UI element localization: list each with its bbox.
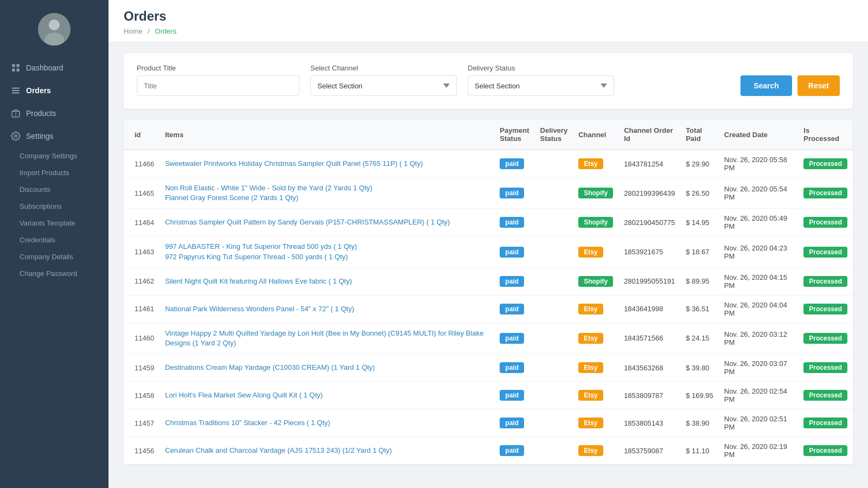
- payment-badge: paid: [500, 390, 524, 401]
- table-row: 11461 National Park Wilderness Wonders P…: [124, 295, 853, 323]
- table-row: 11465 Non Roll Elastic - White 1" Wide -…: [124, 178, 853, 209]
- table-row: 11456 Cerulean Chalk and Charcoal Yardag…: [124, 437, 853, 465]
- cell-channel-order-id: 1843781254: [618, 150, 680, 178]
- avatar: [38, 13, 71, 46]
- order-item-link[interactable]: Silent Night Quilt Kit featuring All Hal…: [165, 277, 352, 285]
- cell-id: 11462: [124, 267, 159, 295]
- cell-payment-status: paid: [494, 209, 534, 236]
- avatar-area: [0, 0, 108, 56]
- sidebar-sub-company-settings[interactable]: Company Settings: [0, 147, 108, 164]
- processed-badge: Processed: [803, 333, 847, 344]
- channel-badge: Etsy: [578, 333, 603, 344]
- sidebar-item-orders-label: Orders: [26, 86, 51, 95]
- processed-badge: Processed: [803, 247, 847, 258]
- sidebar-sub-credentials[interactable]: Credentials: [0, 232, 108, 248]
- cell-total-paid: $ 39.80: [680, 354, 719, 382]
- table-row: 11466 Sweetwater Printworks Holiday Chri…: [124, 150, 853, 178]
- sidebar-sub-variants-template[interactable]: Variants Template: [0, 215, 108, 232]
- table-body: 11466 Sweetwater Printworks Holiday Chri…: [124, 150, 853, 465]
- cell-is-processed: Processed: [798, 354, 853, 382]
- sidebar-item-settings-label: Settings: [26, 132, 54, 140]
- cell-total-paid: $ 89.95: [680, 267, 719, 295]
- cell-created-date: Nov. 26, 2020 04:04 PM: [719, 295, 799, 323]
- col-is-processed: IsProcessed: [798, 120, 853, 150]
- payment-badge: paid: [500, 158, 524, 169]
- cell-channel: Shopify: [573, 178, 618, 209]
- cell-channel-order-id: 1853759087: [618, 437, 680, 465]
- order-item-link[interactable]: Non Roll Elastic - White 1" Wide - Sold …: [165, 184, 372, 192]
- order-item-link[interactable]: Destinations Cream Map Yardage (C10030 C…: [165, 363, 375, 371]
- cell-is-processed: Processed: [798, 178, 853, 209]
- sidebar-item-dashboard[interactable]: Dashboard: [0, 56, 108, 79]
- col-items: Items: [159, 120, 494, 150]
- cell-created-date: Nov. 26, 2020 02:51 PM: [719, 409, 799, 437]
- sidebar-sub-discounts[interactable]: Discounts: [0, 181, 108, 198]
- payment-badge: paid: [500, 247, 524, 258]
- filter-product-title: Product Title: [137, 64, 299, 96]
- table-row: 11457 Christmas Traditions 10" Stacker -…: [124, 409, 853, 437]
- cell-items: Vintage Happy 2 Multi Quilted Yardage by…: [159, 323, 494, 354]
- orders-table-card: id Items PaymentStatus DeliveryStatus Ch…: [124, 120, 853, 465]
- order-item-link[interactable]: Cerulean Chalk and Charcoal Yardage (AJS…: [165, 446, 392, 454]
- processed-badge: Processed: [803, 445, 847, 456]
- sidebar-sub-import-products[interactable]: Import Products: [0, 164, 108, 181]
- sidebar-item-orders[interactable]: Orders: [0, 79, 108, 102]
- order-item-link[interactable]: 997 ALABASTER - King Tut Superior Thread…: [165, 242, 357, 251]
- sidebar-item-settings[interactable]: Settings: [0, 125, 108, 147]
- cell-items: Christmas Traditions 10" Stacker - 42 Pi…: [159, 409, 494, 437]
- cell-delivery-status: [535, 267, 573, 295]
- cell-channel: Etsy: [573, 382, 618, 409]
- table-row: 11463 997 ALABASTER - King Tut Superior …: [124, 236, 853, 267]
- cell-delivery-status: [535, 382, 573, 409]
- cell-payment-status: paid: [494, 382, 534, 409]
- cell-channel-order-id: 1843641998: [618, 295, 680, 323]
- reset-button[interactable]: Reset: [797, 75, 840, 96]
- table-header-row: id Items PaymentStatus DeliveryStatus Ch…: [124, 120, 853, 150]
- order-item-link[interactable]: Lori Holt's Flea Market Sew Along Quilt …: [165, 391, 323, 399]
- col-channel-order-id: Channel OrderId: [618, 120, 680, 150]
- order-item-link[interactable]: Sweetwater Printworks Holiday Christmas …: [165, 159, 423, 168]
- order-item-link[interactable]: Christmas Sampler Quilt Pattern by Sandy…: [165, 218, 450, 226]
- cell-created-date: Nov. 26, 2020 02:54 PM: [719, 382, 799, 409]
- sidebar-sub-company-details[interactable]: Company Details: [0, 248, 108, 265]
- cell-id: 11464: [124, 209, 159, 236]
- sidebar-sub-subscriptions[interactable]: Subscriptions: [0, 198, 108, 215]
- cell-is-processed: Processed: [798, 150, 853, 178]
- order-item-link[interactable]: Vintage Happy 2 Multi Quilted Yardage by…: [165, 329, 483, 347]
- cell-payment-status: paid: [494, 178, 534, 209]
- order-item-link-2[interactable]: 972 Papyrus King Tut Superior Thread - 5…: [165, 253, 348, 261]
- cell-delivery-status: [535, 354, 573, 382]
- cell-channel-order-id: 1843571566: [618, 323, 680, 354]
- cell-id: 11461: [124, 295, 159, 323]
- search-button[interactable]: Search: [741, 75, 792, 96]
- cell-channel-order-id: 2802190450775: [618, 209, 680, 236]
- order-item-link[interactable]: Christmas Traditions 10" Stacker - 42 Pi…: [165, 419, 330, 427]
- select-channel-dropdown[interactable]: Select Section: [310, 75, 457, 96]
- cell-channel-order-id: 2802199396439: [618, 178, 680, 209]
- page-title: Orders: [124, 9, 853, 24]
- sidebar-item-products[interactable]: Products: [0, 102, 108, 125]
- cell-is-processed: Processed: [798, 267, 853, 295]
- sidebar-sub-change-password[interactable]: Change Password: [0, 265, 108, 282]
- box-icon: [11, 108, 21, 118]
- delivery-status-dropdown[interactable]: Select Section: [468, 75, 614, 96]
- cell-created-date: Nov. 26, 2020 05:58 PM: [719, 150, 799, 178]
- cell-total-paid: $ 24.15: [680, 323, 719, 354]
- cell-total-paid: $ 169.95: [680, 382, 719, 409]
- cell-id: 11459: [124, 354, 159, 382]
- cell-is-processed: Processed: [798, 382, 853, 409]
- table-row: 11462 Silent Night Quilt Kit featuring A…: [124, 267, 853, 295]
- cell-delivery-status: [535, 150, 573, 178]
- order-item-link-2[interactable]: Flannel Gray Forest Scene (2 Yards 1 Qty…: [165, 194, 298, 202]
- cell-payment-status: paid: [494, 267, 534, 295]
- cell-channel-order-id: 2801995055191: [618, 267, 680, 295]
- breadcrumb-home[interactable]: Home: [124, 27, 143, 35]
- cell-id: 11466: [124, 150, 159, 178]
- filter-actions: Search Reset: [741, 75, 840, 96]
- cell-total-paid: $ 38.90: [680, 409, 719, 437]
- cell-created-date: Nov. 26, 2020 05:54 PM: [719, 178, 799, 209]
- product-title-input[interactable]: [137, 75, 299, 96]
- cell-is-processed: Processed: [798, 323, 853, 354]
- order-item-link[interactable]: National Park Wilderness Wonders Panel -…: [165, 305, 354, 313]
- avatar-image: [38, 13, 71, 46]
